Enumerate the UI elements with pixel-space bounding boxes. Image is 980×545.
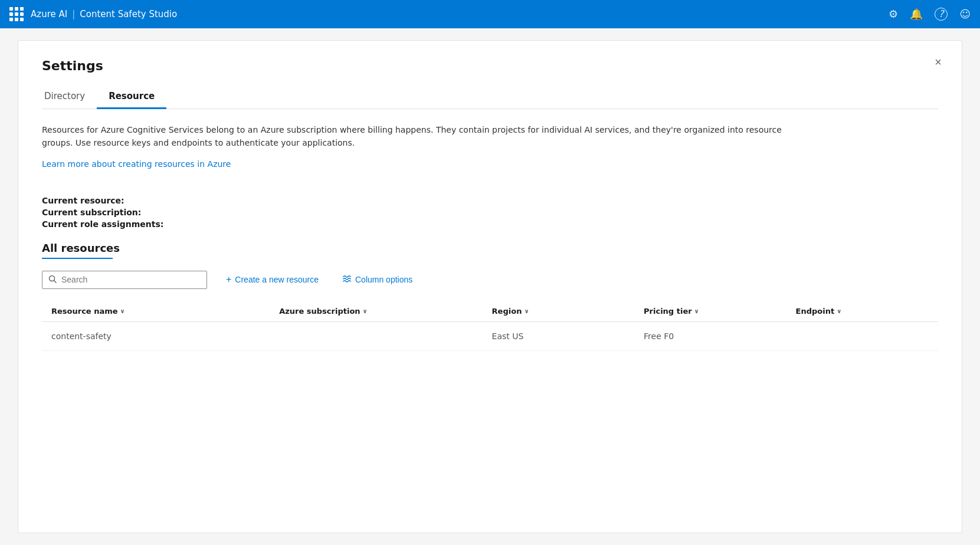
plus-icon: + — [226, 274, 231, 285]
sort-icon-region: ∨ — [524, 308, 529, 314]
svg-line-1 — [54, 280, 57, 283]
all-resources-section: All resources + Create a new resource — [42, 242, 938, 351]
th-azure-subscription[interactable]: Azure subscription ∨ — [270, 301, 482, 322]
brand-name: Azure AI — [31, 9, 67, 19]
current-resource-label: Current resource: — [42, 196, 938, 205]
cell-azure-subscription — [270, 321, 482, 350]
settings-icon[interactable]: ⚙ — [889, 9, 898, 19]
topbar-right: ⚙ 🔔 ? ☺ — [889, 8, 971, 21]
all-resources-title: All resources — [42, 242, 938, 254]
th-resource-name[interactable]: Resource name ∨ — [42, 301, 270, 322]
cell-region: East US — [483, 321, 634, 350]
table-header-row: Resource name ∨ Azure subscription ∨ Reg… — [42, 301, 938, 322]
settings-title: Settings — [42, 58, 938, 73]
tab-directory[interactable]: Directory — [42, 85, 97, 109]
settings-tabs: Directory Resource — [42, 85, 938, 109]
column-options-label: Column options — [355, 275, 412, 284]
help-icon[interactable]: ? — [935, 8, 948, 21]
cell-resource-name: content-safety — [42, 321, 270, 350]
sort-icon-resource: ∨ — [120, 308, 125, 314]
th-pricing-tier[interactable]: Pricing tier ∨ — [634, 301, 786, 322]
current-subscription-label: Current subscription: — [42, 208, 938, 217]
th-endpoint[interactable]: Endpoint ∨ — [786, 301, 938, 322]
search-box[interactable] — [42, 271, 207, 289]
sort-icon-pricing: ∨ — [694, 308, 699, 314]
current-info-section: Current resource: Current subscription: … — [42, 196, 938, 229]
cell-pricing-tier: Free F0 — [634, 321, 786, 350]
title-separator: | — [72, 9, 75, 19]
column-options-button[interactable]: Column options — [337, 272, 417, 288]
resources-toolbar: + Create a new resource Column options — [42, 271, 938, 289]
column-options-icon — [342, 274, 352, 285]
face-icon[interactable]: ☺ — [959, 9, 971, 19]
table-row[interactable]: content-safety East US Free F0 — [42, 321, 938, 350]
sort-icon-subscription: ∨ — [363, 308, 368, 314]
tab-resource[interactable]: Resource — [97, 85, 166, 109]
cell-endpoint — [786, 321, 938, 350]
topbar-left: Azure AI | Content Safety Studio — [9, 7, 177, 21]
sort-icon-endpoint: ∨ — [837, 308, 841, 314]
topbar-title: Azure AI | Content Safety Studio — [31, 9, 177, 19]
bell-icon[interactable]: 🔔 — [910, 9, 923, 19]
settings-panel: × Settings Directory Resource Resources … — [18, 40, 962, 533]
section-underline — [42, 258, 113, 259]
create-resource-button[interactable]: + Create a new resource — [221, 272, 323, 287]
search-icon — [48, 275, 57, 285]
waffle-icon[interactable] — [9, 7, 24, 21]
topbar: Azure AI | Content Safety Studio ⚙ 🔔 ? ☺ — [0, 0, 980, 28]
create-resource-label: Create a new resource — [235, 275, 319, 284]
product-name: Content Safety Studio — [80, 9, 177, 19]
th-region[interactable]: Region ∨ — [483, 301, 634, 322]
resources-table: Resource name ∨ Azure subscription ∨ Reg… — [42, 301, 938, 351]
search-input[interactable] — [61, 275, 201, 284]
learn-more-link[interactable]: Learn more about creating resources in A… — [42, 159, 231, 169]
current-role-label: Current role assignments: — [42, 219, 938, 229]
close-button[interactable]: × — [929, 52, 948, 71]
resource-description: Resources for Azure Cognitive Services b… — [42, 123, 809, 150]
